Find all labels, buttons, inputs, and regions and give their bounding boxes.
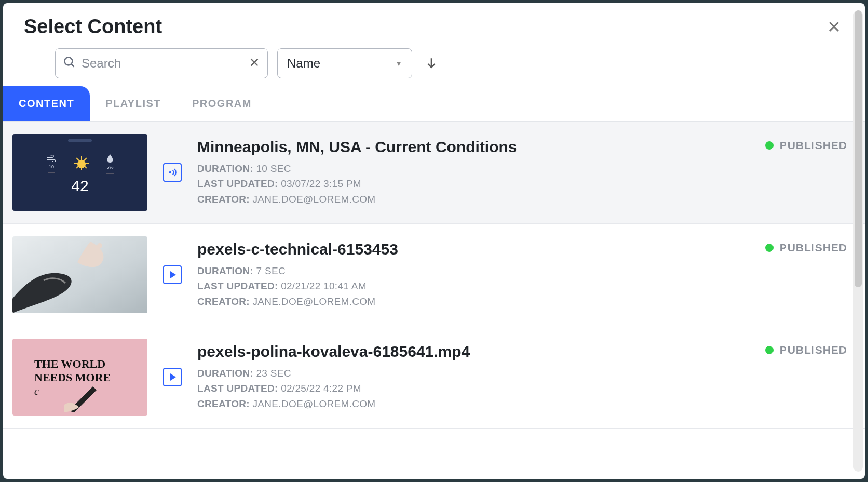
item-meta: DURATION: 10 SEC LAST UPDATED: 03/07/22 … [197,161,750,207]
item-title: Minneapolis, MN, USA - Current Condition… [197,138,750,156]
video-icon [163,265,182,284]
svg-point-5 [169,171,171,173]
chevron-down-icon: ▼ [395,59,402,68]
status-badge: PUBLISHED [765,344,847,356]
sort-select-label: Name [287,56,320,71]
humidity-icon: 5% [106,154,114,174]
scrollbar[interactable] [853,10,863,472]
status-text: PUBLISHED [780,242,847,254]
arrow-down-icon [425,63,438,71]
close-button[interactable]: ✕ [822,17,846,37]
sun-icon [74,157,89,171]
sort-direction-button[interactable] [422,53,441,74]
list-item[interactable]: THE WORLD NEEDS MORE c pexels-polina-kov… [3,326,865,429]
status-badge: PUBLISHED [765,242,847,254]
item-meta: DURATION: 23 SEC LAST UPDATED: 02/25/22 … [197,366,750,411]
thumbnail [12,236,147,313]
thumbnail: 10 5% [12,134,147,211]
video-icon [163,368,182,386]
tabs: CONTENT PLAYLIST PROGRAM [3,86,865,122]
svg-line-1 [71,64,74,66]
status-dot-icon [765,141,774,150]
toolbar: Name ▼ [3,42,865,86]
temperature-value: 42 [71,177,88,195]
status-text: PUBLISHED [780,344,847,356]
content-list[interactable]: 10 5% [3,122,865,479]
list-item[interactable]: 10 5% [3,122,865,224]
status-dot-icon [765,346,774,354]
select-content-modal: Select Content ✕ Name ▼ CONTENT PLAYLIST [3,3,865,479]
thumbnail: THE WORLD NEEDS MORE c [12,339,147,416]
item-meta: DURATION: 7 SEC LAST UPDATED: 02/21/22 1… [197,263,750,309]
list-item[interactable]: pexels-c-technical-6153453 DURATION: 7 S… [3,224,865,326]
search-input[interactable] [82,56,243,71]
close-icon: ✕ [827,18,841,36]
svg-point-6 [97,243,102,248]
live-content-icon [163,163,182,182]
item-title: pexels-polina-kovaleva-6185641.mp4 [197,343,750,360]
wind-icon: 10 [46,155,57,173]
search-icon [63,56,76,71]
clear-search-icon[interactable] [249,57,260,70]
modal-title: Select Content [24,16,162,38]
tab-program[interactable]: PROGRAM [177,86,267,121]
status-text: PUBLISHED [780,139,847,152]
status-badge: PUBLISHED [765,139,847,152]
sort-select[interactable]: Name ▼ [277,48,412,78]
item-info: Minneapolis, MN, USA - Current Condition… [197,138,750,207]
item-info: pexels-polina-kovaleva-6185641.mp4 DURAT… [197,343,750,411]
tab-content[interactable]: CONTENT [3,86,90,121]
modal-header: Select Content ✕ [3,3,865,42]
scrollbar-handle[interactable] [855,10,862,287]
status-dot-icon [765,244,774,252]
item-title: pexels-c-technical-6153453 [197,240,750,258]
search-field[interactable] [55,48,268,78]
item-info: pexels-c-technical-6153453 DURATION: 7 S… [197,240,750,309]
svg-point-0 [64,57,72,65]
tab-playlist[interactable]: PLAYLIST [90,86,177,121]
